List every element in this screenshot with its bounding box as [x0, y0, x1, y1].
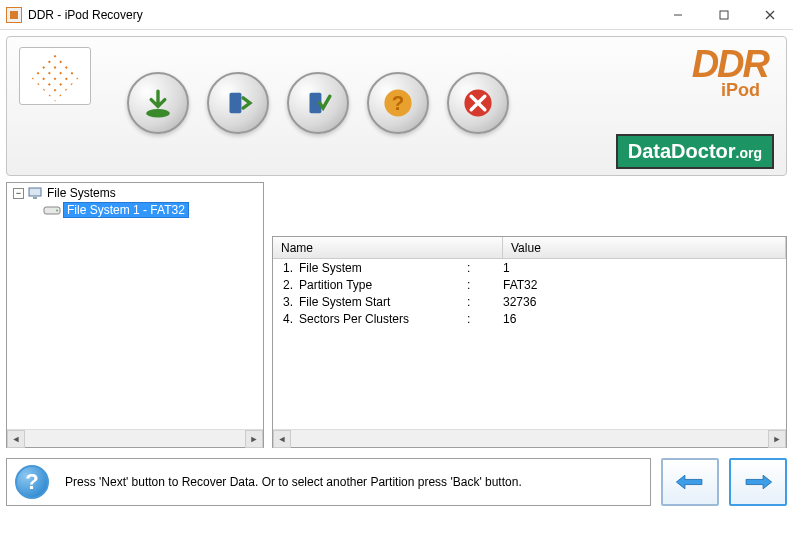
column-header-value[interactable]: Value — [503, 237, 786, 258]
table-scrollbar[interactable]: ◄ ► — [273, 429, 786, 447]
row-colon: : — [467, 295, 503, 309]
site-name: DataDoctor — [628, 140, 736, 162]
svg-rect-13 — [33, 197, 37, 199]
window-title: DDR - iPod Recovery — [28, 8, 655, 22]
table-row[interactable]: 3. File System Start : 32736 — [273, 293, 786, 310]
detail-panel: Name Value 1. File System : 1 2. Partiti… — [272, 182, 787, 448]
row-name: File System — [299, 261, 467, 275]
scroll-right-icon[interactable]: ► — [768, 430, 786, 448]
row-index: 3. — [273, 295, 299, 309]
row-index: 2. — [273, 278, 299, 292]
tree-root-item[interactable]: − File Systems — [9, 185, 261, 201]
row-name: File System Start — [299, 295, 467, 309]
svg-rect-1 — [720, 11, 728, 19]
next-button[interactable] — [729, 458, 787, 506]
download-button[interactable] — [127, 72, 189, 134]
svg-point-15 — [56, 210, 58, 212]
tree-child-item[interactable]: File System 1 - FAT32 — [43, 202, 261, 218]
svg-rect-12 — [29, 188, 41, 196]
scroll-track[interactable] — [25, 430, 245, 447]
table-row[interactable]: 1. File System : 1 — [273, 259, 786, 276]
titlebar: DDR - iPod Recovery — [0, 0, 793, 30]
scroll-right-icon[interactable]: ► — [245, 430, 263, 448]
row-value: 32736 — [503, 295, 786, 309]
table-header: Name Value — [273, 237, 786, 259]
svg-text:?: ? — [392, 92, 404, 114]
cancel-button[interactable] — [447, 72, 509, 134]
app-logo — [19, 47, 91, 105]
minimize-button[interactable] — [655, 0, 701, 30]
row-value: 1 — [503, 261, 786, 275]
load-disk-button[interactable] — [207, 72, 269, 134]
header-area: ? DDR iPod DataDoctor.org — [6, 36, 787, 176]
column-header-name[interactable]: Name — [273, 237, 503, 258]
table-row[interactable]: 4. Sectors Per Clusters : 16 — [273, 310, 786, 327]
row-name: Sectors Per Clusters — [299, 312, 467, 326]
toolbar: ? — [127, 72, 509, 134]
site-suffix: .org — [736, 145, 762, 161]
row-index: 4. — [273, 312, 299, 326]
scroll-track[interactable] — [291, 430, 768, 447]
brand-area: DDR iPod — [692, 43, 768, 101]
instruction-panel: ? Press 'Next' button to Recover Data. O… — [6, 458, 651, 506]
row-index: 1. — [273, 261, 299, 275]
tree-root-label: File Systems — [47, 186, 116, 200]
tree-collapse-icon[interactable]: − — [13, 188, 24, 199]
scroll-left-icon[interactable]: ◄ — [273, 430, 291, 448]
close-button[interactable] — [747, 0, 793, 30]
table-row[interactable]: 2. Partition Type : FAT32 — [273, 276, 786, 293]
help-button[interactable]: ? — [367, 72, 429, 134]
computer-icon — [28, 187, 44, 199]
row-colon: : — [467, 312, 503, 326]
row-value: 16 — [503, 312, 786, 326]
footer-area: ? Press 'Next' button to Recover Data. O… — [6, 458, 787, 506]
drive-icon — [43, 204, 61, 216]
scroll-left-icon[interactable]: ◄ — [7, 430, 25, 448]
maximize-button[interactable] — [701, 0, 747, 30]
tree-child-label: File System 1 - FAT32 — [63, 202, 189, 218]
site-badge: DataDoctor.org — [616, 134, 774, 169]
tree-scrollbar[interactable]: ◄ ► — [7, 429, 263, 447]
file-system-tree: − File Systems File System 1 - FAT32 ◄ ► — [6, 182, 264, 448]
row-name: Partition Type — [299, 278, 467, 292]
back-button[interactable] — [661, 458, 719, 506]
row-colon: : — [467, 261, 503, 275]
svg-rect-5 — [230, 93, 242, 113]
content-area: − File Systems File System 1 - FAT32 ◄ ►… — [6, 182, 787, 448]
tree-body: − File Systems File System 1 - FAT32 — [7, 183, 263, 429]
properties-table: Name Value 1. File System : 1 2. Partiti… — [272, 236, 787, 448]
row-colon: : — [467, 278, 503, 292]
logo-dots-icon — [37, 58, 73, 94]
app-icon — [6, 7, 22, 23]
verify-disk-button[interactable] — [287, 72, 349, 134]
instruction-text: Press 'Next' button to Recover Data. Or … — [65, 475, 522, 489]
row-value: FAT32 — [503, 278, 786, 292]
info-icon: ? — [15, 465, 49, 499]
table-body: 1. File System : 1 2. Partition Type : F… — [273, 259, 786, 429]
svg-point-4 — [146, 109, 170, 118]
